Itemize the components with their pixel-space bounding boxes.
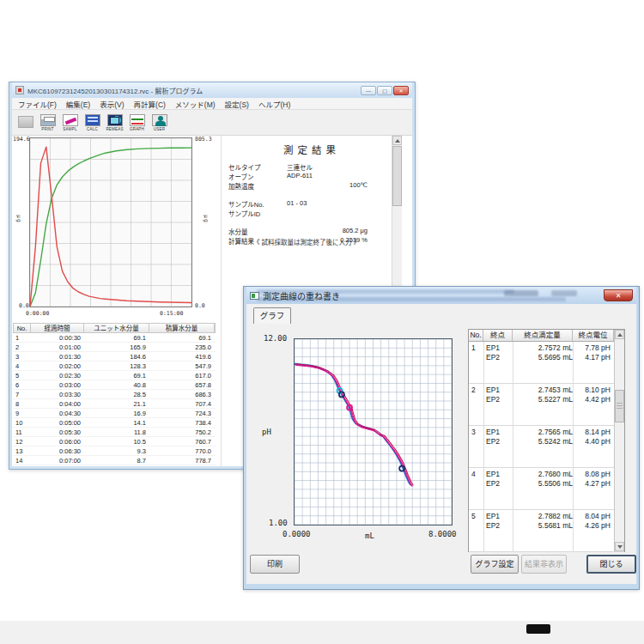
results-fields: セルタイプ三連セルオーブンADP-611加熱温度100℃サンプルNo.01 - … [222,162,402,246]
result-field: サンプルID [222,209,402,218]
chevron-up-icon [617,333,623,337]
table-row[interactable]: 80:04:0021.1707.4 [13,399,216,409]
menu-item-4[interactable]: メソッド(M) [175,99,216,109]
table-cell: 0:02:30 [30,371,83,380]
toolbar-remeas-button[interactable]: REMEAS [104,111,125,134]
table-row[interactable]: 130:06:309.3770.0 [13,447,216,456]
moisture-chart [29,137,192,307]
result-field: 水分量805.2 μg [222,227,402,236]
scroll-up-button[interactable] [392,136,402,145]
endpoint-table-header: No.終点終点滴定量終点電位 [469,330,624,342]
table-cell: 760.7 [149,437,214,446]
toolbar-print-button[interactable]: PRINT [37,111,58,134]
table-row[interactable]: 140:07:008.7778.7 [13,456,216,465]
table-row[interactable]: 120:06:0010.5760.7 [13,437,216,447]
table-cell: 1 [13,333,30,342]
close-button[interactable]: ✕ [393,86,409,95]
print-button[interactable]: 印刷 [250,555,300,574]
close-button[interactable]: ✕ [604,289,633,301]
endpoint-name: EP1 [486,386,500,395]
table-row[interactable]: 10:00:3069.169.1 [13,333,216,343]
endpoint-row: EP25.5227 mL4.42 pH [483,395,613,404]
endpoint-row-group[interactable]: 5EP12.7882 mL8.04 pHEP25.5681 mL4.26 pH [469,510,624,552]
app-icon [15,86,24,94]
scroll-up-button[interactable] [615,330,624,339]
field-value: 805.2 μg [343,227,368,234]
table-row[interactable]: 110:05:3011.8750.2 [13,428,216,437]
analysis-titlebar[interactable]: MKC6109723124520130301174312.rvc - 解析プログ… [12,82,412,98]
graph-settings-button[interactable]: グラフ設定 [471,555,519,574]
table-row[interactable]: 100:05:0014.1738.4 [13,418,216,428]
field-label: サンプルNo. [228,199,264,209]
endpoint-potential: 8.10 pH [568,386,611,395]
table-row[interactable]: 20:01:00165.9235.0 [13,343,216,352]
table-cell: 0:06:30 [30,447,83,455]
endpoint-potential: 4.17 pH [568,353,611,362]
table-row[interactable]: 40:02:00128.3547.9 [13,361,216,371]
field-label: サンプルID [228,209,260,218]
right-axis-unit: μg [203,215,210,223]
chevron-down-icon [617,545,623,549]
toolbar-label: SAMPL [63,127,76,131]
column-header: 終点電位 [573,330,614,341]
endpoint-row: EP25.5506 mL4.27 pH [483,479,613,489]
tab-graph[interactable]: グラフ [253,307,291,324]
table-row[interactable]: 70:03:3028.5686.3 [13,390,216,399]
table-row[interactable]: 30:01:30184.6419.6 [13,352,216,361]
field-value: 01 - 03 [287,199,307,207]
endpoint-row: EP12.7882 mL8.04 pH [483,512,613,521]
endpoint-row-group[interactable]: 4EP12.7680 mL8.08 pHEP25.5506 mL4.27 pH [469,468,624,510]
close-dialog-button[interactable]: 閉じる [586,555,636,574]
endpoint-row-group[interactable]: 3EP12.7565 mL8.14 pHEP25.5242 mL4.40 pH [469,426,624,468]
table-cell: 0:01:30 [30,352,83,361]
dialog-titlebar[interactable]: 測定曲線の重ね書き ✕ [246,287,636,304]
toolbar-graph-button[interactable]: GRAPH [126,111,148,134]
scrollbar-thumb[interactable] [615,390,624,422]
scroll-down-button[interactable] [615,542,624,551]
menu-item-6[interactable]: ヘルプ(H) [258,99,290,109]
table-cell: 69.1 [83,371,149,380]
right-axis-max: 805.3 [195,136,212,143]
toolbar-calc-button[interactable]: CALC [82,111,103,134]
toolbar-user-button[interactable]: USER [149,111,170,134]
endpoint-volume: 5.5506 mL [514,479,573,489]
endpoint-row-group[interactable]: 2EP12.7453 mL8.10 pHEP25.5227 mL4.42 pH [469,384,624,426]
maximize-button[interactable]: ▢ [377,86,392,95]
endpoint-row: EP12.7453 mL8.10 pH [483,386,613,395]
table-cell: 724.3 [149,409,214,417]
table-row[interactable]: 50:02:3069.1617.0 [13,371,216,380]
scrollbar-thumb[interactable] [392,146,402,206]
menu-item-5[interactable]: 設定(S) [225,99,249,109]
endpoint-potential: 4.27 pH [568,479,611,489]
table-row[interactable]: 90:04:3016.9724.3 [13,409,216,418]
right-axis-min: 0.0 [195,302,205,309]
result-field: セルタイプ三連セル [222,162,402,172]
menu-item-2[interactable]: 表示(V) [100,99,124,109]
menu-item-3[interactable]: 再計算(C) [134,99,166,109]
table-cell: 4 [13,361,30,370]
toolbar-label: CALC [87,127,98,131]
table-cell: 165.9 [83,343,149,351]
minimize-button[interactable]: — [361,86,376,95]
endpoint-no: 3 [471,428,476,436]
page-indicator-badge [526,624,550,634]
table-row[interactable]: 60:03:0040.8657.8 [13,380,216,390]
graph-icon [130,114,145,126]
toolbar-report-button[interactable] [15,111,36,134]
endpoint-no: 5 [471,512,476,520]
endpoint-row-group[interactable]: 1EP12.7572 mL7.78 pHEP25.5695 mL4.17 pH [469,342,624,384]
endpoint-no: 2 [471,386,476,394]
table-cell: 40.8 [83,380,149,389]
menu-item-1[interactable]: 編集(E) [66,99,90,109]
field-label: オーブン [228,172,254,181]
endpoint-table-body: 1EP12.7572 mL7.78 pHEP25.5695 mL4.17 pH2… [469,342,624,552]
toolbar-sample-button[interactable]: SAMPL [59,111,81,134]
left-axis-unit: μg [15,215,22,223]
table-cell: 0:00:30 [30,333,83,342]
menu-item-0[interactable]: ファイル(F) [18,99,57,109]
endpoint-name: EP1 [486,512,500,521]
x-axis-label: mL [365,532,374,540]
endpoint-table-scrollbar[interactable] [614,330,624,551]
endpoint-potential: 8.08 pH [568,470,611,479]
table-cell: 9 [13,409,30,417]
